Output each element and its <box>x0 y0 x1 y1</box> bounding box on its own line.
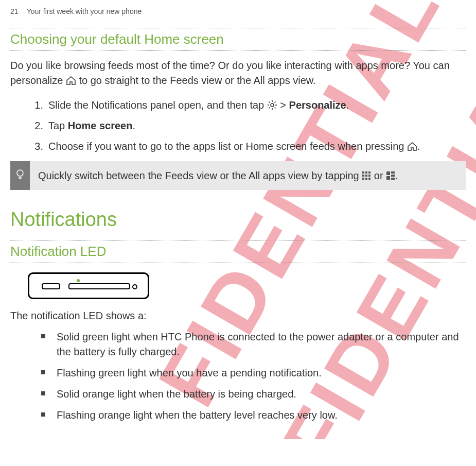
steps-list: 1. Slide the Notifications panel open, a… <box>28 97 466 154</box>
feeds-grid-icon <box>386 169 395 179</box>
list-item: Solid green light when HTC Phone is conn… <box>41 330 466 359</box>
svg-line-5 <box>269 102 270 103</box>
step-item: 3. Choose if you want to go to the apps … <box>28 139 466 154</box>
divider <box>10 240 466 240</box>
section-heading: Notifications <box>10 209 466 231</box>
svg-rect-23 <box>391 175 395 177</box>
led-dot <box>77 279 80 282</box>
svg-line-6 <box>274 108 275 109</box>
svg-line-7 <box>274 102 275 103</box>
svg-rect-14 <box>368 171 371 174</box>
svg-rect-22 <box>391 171 395 174</box>
apps-grid-icon <box>362 169 371 179</box>
svg-rect-19 <box>365 178 367 180</box>
page-header: 21 Your first week with your new phone <box>10 5 466 25</box>
section-heading: Choosing your default Home screen <box>10 31 466 47</box>
tip-box: Quickly switch between the Feeds view or… <box>10 161 466 190</box>
earpiece-shape <box>68 283 130 289</box>
svg-point-0 <box>271 103 274 107</box>
step-number: 1. <box>28 97 43 113</box>
intro-paragraph: Do you like browsing feeds most of the t… <box>10 58 466 88</box>
tip-icon-column <box>10 161 30 190</box>
divider <box>10 50 466 51</box>
tip-text: Quickly switch between the Feeds view or… <box>30 161 466 190</box>
camera-shape <box>132 284 137 289</box>
step-number: 2. <box>28 118 43 133</box>
svg-point-9 <box>17 170 23 176</box>
svg-rect-20 <box>368 178 371 180</box>
led-intro: The notification LED shows a: <box>10 308 466 323</box>
page-number: 21 <box>10 7 25 15</box>
speaker-shape <box>42 283 60 289</box>
list-item: Flashing green light when you have a pen… <box>41 366 466 381</box>
svg-rect-24 <box>386 176 390 180</box>
home-icon <box>407 140 417 149</box>
gear-icon <box>267 99 277 109</box>
step-item: 1. Slide the Notifications panel open, a… <box>28 97 466 113</box>
list-item: Solid orange light when the battery is b… <box>41 387 466 402</box>
svg-rect-17 <box>368 175 371 177</box>
lightbulb-icon <box>15 168 25 183</box>
subsection-heading: Notification LED <box>10 244 466 260</box>
step-item: 2. Tap Home screen. <box>28 118 466 133</box>
svg-rect-15 <box>362 175 364 177</box>
divider <box>10 28 466 28</box>
led-bullets: Solid green light when HTC Phone is conn… <box>41 330 466 423</box>
svg-rect-16 <box>365 175 367 177</box>
svg-rect-25 <box>391 178 395 180</box>
home-icon <box>66 74 76 83</box>
page-title: Your first week with your new phone <box>27 7 142 15</box>
divider <box>10 263 466 263</box>
svg-rect-18 <box>362 178 364 180</box>
svg-line-8 <box>269 108 270 109</box>
svg-rect-21 <box>386 171 390 175</box>
svg-rect-13 <box>365 171 367 174</box>
svg-rect-12 <box>362 171 364 174</box>
list-item: Flashing orange light when the battery l… <box>41 408 466 423</box>
led-diagram <box>28 272 149 299</box>
step-number: 3. <box>28 139 43 154</box>
